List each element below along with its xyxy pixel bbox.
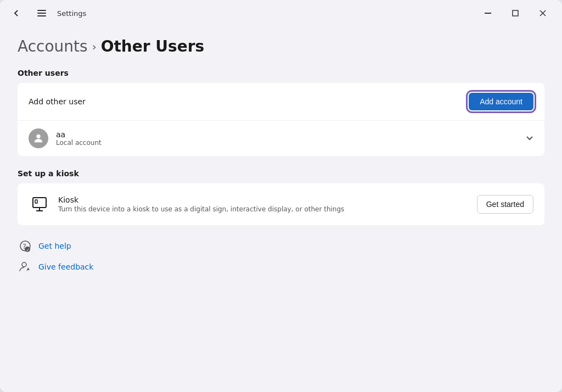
user-avatar xyxy=(29,128,48,148)
other-users-heading: Other users xyxy=(18,69,544,77)
feedback-icon xyxy=(18,259,33,275)
give-feedback-row[interactable]: Give feedback xyxy=(18,259,544,275)
links-section: ? ✓ Get help Give feedback xyxy=(18,238,544,275)
svg-point-16 xyxy=(22,262,26,267)
breadcrumb-parent[interactable]: Accounts xyxy=(18,37,88,55)
get-started-button[interactable]: Get started xyxy=(477,195,533,214)
title-bar: Settings xyxy=(0,0,562,26)
kiosk-heading: Set up a kiosk xyxy=(18,169,544,178)
get-help-row[interactable]: ? ✓ Get help xyxy=(18,238,544,254)
kiosk-icon xyxy=(29,193,50,215)
minimize-button[interactable] xyxy=(475,4,501,22)
give-feedback-link[interactable]: Give feedback xyxy=(38,262,93,271)
hamburger-menu-button[interactable] xyxy=(32,3,52,23)
breadcrumb: Accounts › Other Users xyxy=(18,37,544,55)
chevron-down-icon xyxy=(526,134,533,143)
kiosk-info: Kiosk Turn this device into a kiosk to u… xyxy=(58,195,469,213)
user-info: aa Local account xyxy=(56,130,526,147)
user-row-aa[interactable]: aa Local account xyxy=(18,120,544,156)
other-users-section: Other users Add other user Add account xyxy=(18,69,544,156)
maximize-button[interactable] xyxy=(503,4,528,22)
help-icon: ? ✓ xyxy=(18,238,33,254)
settings-window: Settings Accounts › Other Users Oth xyxy=(0,0,562,392)
close-button[interactable] xyxy=(530,4,555,22)
window-title: Settings xyxy=(57,9,86,18)
svg-rect-4 xyxy=(513,10,518,16)
user-avatar-icon xyxy=(32,132,44,144)
add-user-row: Add other user Add account xyxy=(18,83,544,120)
title-bar-left: Settings xyxy=(7,3,86,23)
svg-text:✓: ✓ xyxy=(26,248,30,252)
svg-rect-0 xyxy=(37,10,46,11)
add-user-label: Add other user xyxy=(29,97,86,106)
user-name: aa xyxy=(56,130,526,139)
kiosk-row: Kiosk Turn this device into a kiosk to u… xyxy=(18,183,544,225)
kiosk-section: Set up a kiosk Kiosk Turn this device in xyxy=(18,169,544,225)
svg-rect-11 xyxy=(35,200,37,203)
monitor-icon xyxy=(31,195,48,213)
svg-rect-3 xyxy=(485,13,491,14)
kiosk-card: Kiosk Turn this device into a kiosk to u… xyxy=(18,183,544,225)
back-button[interactable] xyxy=(7,3,26,23)
svg-point-7 xyxy=(36,135,40,138)
breadcrumb-current: Other Users xyxy=(101,37,205,55)
user-type: Local account xyxy=(56,139,526,147)
add-user-card: Add other user Add account aa Local acco… xyxy=(18,83,544,156)
kiosk-title: Kiosk xyxy=(58,195,469,204)
svg-rect-2 xyxy=(37,15,46,16)
main-content: Accounts › Other Users Other users Add o… xyxy=(0,26,562,392)
breadcrumb-separator: › xyxy=(92,40,97,53)
window-controls xyxy=(475,4,555,22)
svg-rect-1 xyxy=(37,13,46,14)
add-account-button[interactable]: Add account xyxy=(469,93,533,110)
get-help-link[interactable]: Get help xyxy=(38,242,71,250)
kiosk-description: Turn this device into a kiosk to use as … xyxy=(58,205,469,213)
